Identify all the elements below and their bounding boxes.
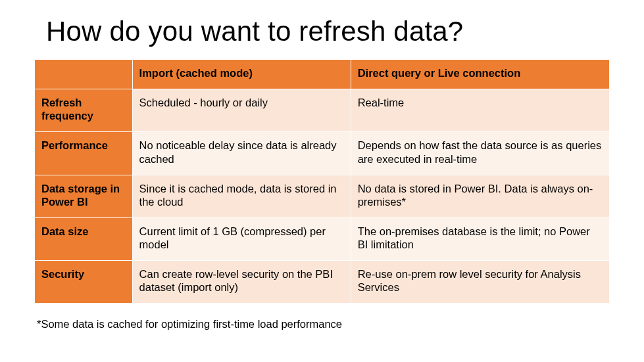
- row-direct: The on-premises database is the limit; n…: [351, 217, 609, 260]
- row-label: Security: [35, 261, 133, 304]
- row-import: No noticeable delay since data is alread…: [132, 132, 351, 175]
- row-import: Scheduled - hourly or daily: [132, 89, 351, 132]
- row-label: Refresh frequency: [35, 89, 133, 132]
- row-direct: Re-use on-prem row level security for An…: [351, 261, 609, 304]
- table-row: Security Can create row-level security o…: [35, 261, 610, 304]
- row-label: Data storage in Power BI: [35, 175, 133, 217]
- footnote: *Some data is cached for optimizing firs…: [37, 318, 610, 330]
- slide: How do you want to refresh data? Import …: [0, 0, 644, 362]
- row-import: Current limit of 1 GB (compressed) per m…: [132, 217, 351, 260]
- table-row: Refresh frequency Scheduled - hourly or …: [35, 89, 610, 132]
- table-row: Data storage in Power BI Since it is cac…: [35, 175, 610, 217]
- table-header-row: Import (cached mode) Direct query or Liv…: [35, 60, 610, 89]
- table-row: Performance No noticeable delay since da…: [35, 132, 610, 175]
- table-header-import: Import (cached mode): [132, 60, 351, 89]
- row-import: Since it is cached mode, data is stored …: [132, 175, 351, 217]
- row-direct: No data is stored in Power BI. Data is a…: [351, 175, 609, 217]
- row-direct: Real-time: [351, 89, 609, 132]
- row-label: Data size: [35, 217, 133, 260]
- comparison-table: Import (cached mode) Direct query or Liv…: [34, 59, 610, 304]
- row-direct: Depends on how fast the data source is a…: [351, 132, 609, 175]
- row-label: Performance: [35, 132, 133, 175]
- slide-title: How do you want to refresh data?: [46, 16, 610, 47]
- row-import: Can create row-level security on the PBI…: [132, 261, 351, 304]
- table-header-direct: Direct query or Live connection: [351, 60, 609, 89]
- table-row: Data size Current limit of 1 GB (compres…: [35, 217, 610, 260]
- table-header-blank: [35, 60, 133, 89]
